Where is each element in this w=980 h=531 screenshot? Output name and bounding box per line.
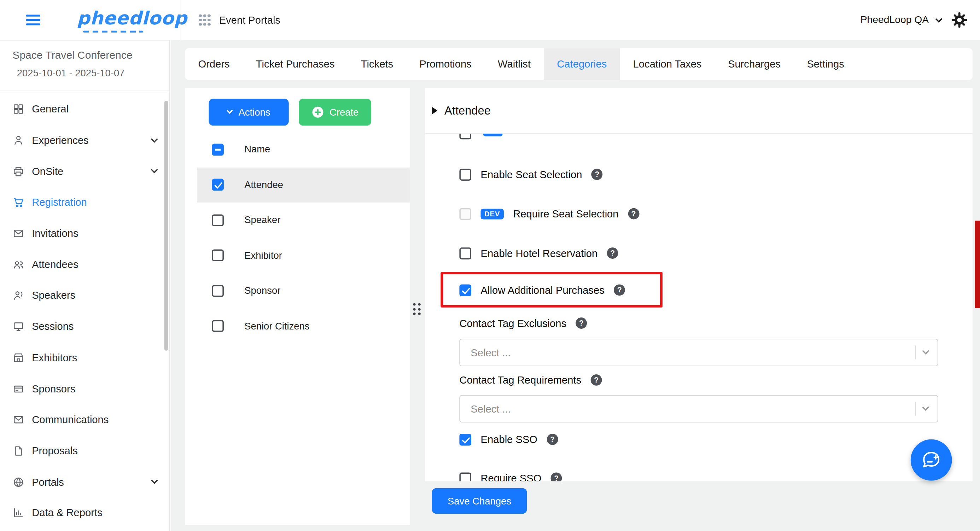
chevron-down-icon: [151, 477, 158, 484]
category-label: Attendee: [244, 179, 283, 191]
help-icon[interactable]: ?: [591, 374, 602, 386]
enable-seat-selection-row[interactable]: Enable Seat Selection ?: [459, 168, 603, 181]
sidebar-item-experiences[interactable]: Experiences: [0, 125, 169, 156]
sidebar-item-communications[interactable]: Communications: [0, 404, 169, 436]
workspace-switcher[interactable]: Event Portals: [199, 0, 280, 40]
select-all-checkbox[interactable]: [212, 143, 224, 156]
page-scrollbar-thumb[interactable]: [975, 221, 980, 308]
require-sso-row[interactable]: Require SSO ?: [459, 472, 562, 482]
tab-waitlist[interactable]: Waitlist: [485, 48, 544, 80]
chat-icon: [920, 448, 943, 472]
account-dropdown[interactable]: PheedLoop QA: [861, 14, 942, 26]
app-window: pheedloop Event Portals PheedLoop QA Spa…: [0, 0, 980, 531]
pheedloop-logo[interactable]: pheedloop: [77, 8, 187, 29]
enable-sso-row[interactable]: Enable SSO ?: [459, 433, 558, 445]
grid-icon: [13, 103, 24, 115]
account-name: PheedLoop QA: [861, 14, 929, 26]
sidebar-item-general[interactable]: General: [0, 94, 169, 125]
help-icon[interactable]: ?: [547, 434, 558, 445]
sidebar-item-label: Experiences: [32, 134, 89, 146]
require-sso-checkbox[interactable]: [459, 472, 471, 482]
people-icon: [13, 259, 24, 271]
sidebar-item-sponsors[interactable]: Sponsors: [0, 373, 169, 404]
chevron-down-icon: [935, 16, 942, 22]
tab-categories[interactable]: Categories: [544, 48, 620, 80]
sidebar-divider: [0, 91, 169, 91]
chat-support-button[interactable]: [911, 439, 952, 481]
category-row-sponsor[interactable]: Sponsor: [197, 273, 410, 308]
category-label: Sponsor: [244, 285, 280, 297]
tab-orders[interactable]: Orders: [185, 48, 242, 80]
tab-location-taxes[interactable]: Location Taxes: [620, 48, 714, 80]
panel-resize-handle[interactable]: [413, 303, 420, 315]
attendee-checkbox[interactable]: [212, 179, 224, 191]
help-icon[interactable]: ?: [592, 169, 603, 180]
allow-additional-purchases-checkbox[interactable]: [459, 284, 471, 296]
sidebar-item-label: Attendees: [32, 259, 78, 271]
monitor-icon: [13, 321, 24, 333]
category-row-speaker[interactable]: Speaker: [197, 203, 410, 238]
category-row-exhibitor[interactable]: Exhibitor: [197, 238, 410, 273]
hamburger-menu-icon[interactable]: [25, 13, 41, 27]
cart-icon: [13, 197, 24, 208]
sidebar-item-label: Registration: [32, 197, 87, 208]
help-icon[interactable]: ?: [576, 318, 587, 329]
actions-button[interactable]: Actions: [208, 99, 288, 126]
tab-settings[interactable]: Settings: [794, 48, 858, 80]
field-label: Enable Hotel Reservation: [481, 247, 598, 259]
contact-tag-requirements-select[interactable]: Select ...: [459, 395, 938, 423]
field-label: Enable SSO: [481, 433, 538, 445]
collapse-triangle-icon: [432, 107, 438, 114]
chevron-down-icon: [226, 107, 232, 113]
sidebar-item-label: Portals: [32, 476, 64, 488]
sidebar-item-sessions[interactable]: Sessions: [0, 311, 169, 342]
apps-grid-icon[interactable]: [199, 14, 210, 26]
senior-citizens-checkbox[interactable]: [212, 320, 224, 332]
speaker-checkbox[interactable]: [212, 214, 224, 226]
logo-text: pheedloop: [77, 8, 187, 29]
attendee-section-header[interactable]: Attendee: [425, 88, 972, 134]
help-icon[interactable]: ?: [628, 208, 639, 219]
sidebar-item-proposals[interactable]: Proposals: [0, 435, 169, 466]
sidebar-scrollbar-thumb[interactable]: [164, 101, 168, 351]
contact-tag-exclusions-label-row: Contact Tag Exclusions ?: [459, 317, 587, 329]
enable-hotel-reservation-row[interactable]: Enable Hotel Reservation ?: [459, 247, 618, 259]
sidebar-item-label: Exhibitors: [32, 352, 77, 364]
allow-additional-purchases-row[interactable]: Allow Additional Purchases ?: [459, 284, 625, 296]
category-row-senior-citizens[interactable]: Senior Citizens: [197, 308, 410, 343]
tab-ticket-purchases[interactable]: Ticket Purchases: [243, 48, 348, 80]
sidebar-item-invitations[interactable]: Invitations: [0, 218, 169, 249]
clipped-dev-badge: [483, 134, 503, 136]
settings-gear-icon[interactable]: [951, 12, 967, 28]
chevron-down-icon: [922, 348, 929, 355]
category-row-attendee[interactable]: Attendee: [197, 167, 410, 203]
category-label: Exhibitor: [244, 250, 282, 261]
sponsor-checkbox[interactable]: [212, 285, 224, 297]
sidebar-item-data-reports[interactable]: Data & Reports: [0, 498, 169, 528]
category-header-row[interactable]: Name: [197, 132, 410, 167]
tab-promotions[interactable]: Promotions: [406, 48, 485, 80]
sidebar-item-attendees[interactable]: Attendees: [0, 249, 169, 280]
tab-surcharges[interactable]: Surcharges: [715, 48, 794, 80]
save-changes-button[interactable]: Save Changes: [432, 488, 527, 514]
help-icon[interactable]: ?: [551, 473, 562, 482]
sidebar-item-registration[interactable]: Registration: [0, 187, 169, 218]
sidebar-item-portals[interactable]: Portals: [0, 466, 169, 498]
sidebar-item-speakers[interactable]: Speakers: [0, 280, 169, 311]
field-label: Require Seat Selection: [513, 208, 618, 220]
help-icon[interactable]: ?: [614, 284, 625, 296]
enable-seat-selection-checkbox[interactable]: [459, 168, 471, 180]
help-icon[interactable]: ?: [607, 248, 618, 259]
select-divider: [915, 402, 916, 416]
sidebar-nav: General Experiences OnSite Registration …: [0, 94, 169, 528]
category-label: Senior Citizens: [244, 320, 309, 332]
exhibitor-checkbox[interactable]: [212, 250, 224, 262]
enable-hotel-reservation-checkbox[interactable]: [459, 247, 471, 259]
sidebar-item-onsite[interactable]: OnSite: [0, 156, 169, 187]
create-button[interactable]: Create: [299, 99, 371, 126]
tab-tickets[interactable]: Tickets: [348, 48, 407, 80]
event-name: Space Travel Conference: [13, 49, 132, 62]
enable-sso-checkbox[interactable]: [459, 433, 471, 445]
contact-tag-exclusions-select[interactable]: Select ...: [459, 339, 938, 366]
sidebar-item-exhibitors[interactable]: Exhibitors: [0, 342, 169, 373]
